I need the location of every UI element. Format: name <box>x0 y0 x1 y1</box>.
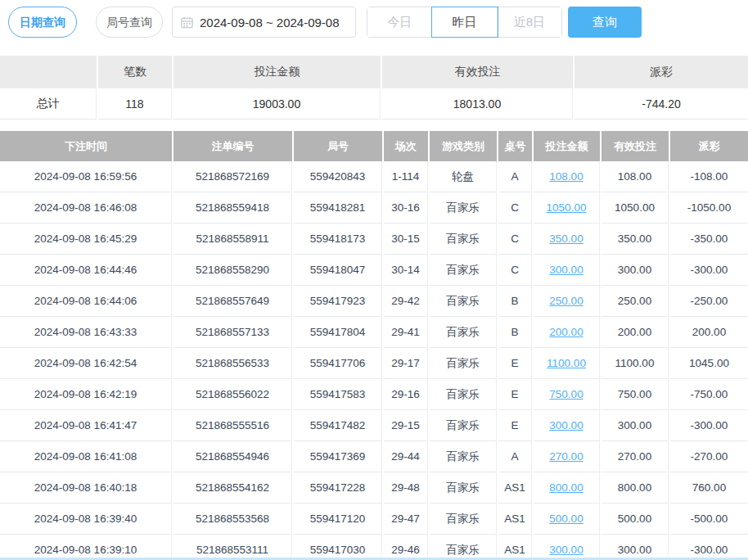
cell-session: 29-42 <box>384 286 428 317</box>
cell-bet-amount: 250.00 <box>534 286 600 317</box>
cell-payout: -500.00 <box>670 504 748 535</box>
header-round-no: 局号 <box>294 131 382 161</box>
cell-order-no: 521868558911 <box>173 224 292 255</box>
cell-session: 30-14 <box>384 255 428 286</box>
cell-round-no: 559417804 <box>294 317 382 348</box>
cell-valid-bet: 108.00 <box>602 161 669 192</box>
cell-round-no: 559418047 <box>294 255 382 286</box>
cell-session: 29-48 <box>384 472 428 504</box>
cell-game-type: 百家乐 <box>430 317 497 348</box>
cell-table-no: B <box>498 317 532 348</box>
bet-amount-link[interactable]: 800.00 <box>549 481 583 494</box>
bet-amount-link[interactable]: 300.00 <box>549 419 583 431</box>
cell-table-no: E <box>498 379 532 410</box>
cell-valid-bet: 200.00 <box>602 317 669 348</box>
cell-table-no: C <box>498 224 532 255</box>
cell-game-type: 百家乐 <box>430 379 497 410</box>
bet-amount-link[interactable]: 300.00 <box>549 264 583 276</box>
cell-session: 30-16 <box>384 192 428 224</box>
cell-table-no: AS1 <box>498 535 532 560</box>
toolbar: 日期查询 局号查询 2024-09-08 ~ 2024-09-08 今日 昨日 … <box>0 0 748 44</box>
cell-valid-bet: 350.00 <box>602 224 669 255</box>
cell-round-no: 559417583 <box>294 379 382 410</box>
summary-total-count: 118 <box>98 88 172 120</box>
filter-last8days[interactable]: 近8日 <box>498 7 561 37</box>
bet-amount-link[interactable]: 270.00 <box>549 450 583 463</box>
cell-payout: -1050.00 <box>670 192 748 224</box>
cell-session: 29-46 <box>384 535 428 560</box>
cell-session: 29-47 <box>384 504 428 535</box>
cell-table-no: E <box>498 410 532 441</box>
cell-table-no: B <box>498 286 532 317</box>
cell-game-type: 百家乐 <box>430 441 497 472</box>
cell-session: 29-15 <box>384 410 428 441</box>
cell-bet-amount: 300.00 <box>534 255 600 286</box>
cell-bet-time: 2024-09-08 16:44:46 <box>0 255 172 286</box>
cell-payout: -350.00 <box>670 224 748 255</box>
filter-today[interactable]: 今日 <box>367 7 432 37</box>
table-row: 2024-09-08 16:44:46 521868558290 5594180… <box>0 255 748 286</box>
cell-bet-time: 2024-09-08 16:42:19 <box>0 379 172 410</box>
bet-amount-link[interactable]: 200.00 <box>549 326 583 338</box>
cell-valid-bet: 300.00 <box>602 255 669 286</box>
date-query-tab[interactable]: 日期查询 <box>8 7 77 38</box>
bet-amount-link[interactable]: 300.00 <box>549 544 583 556</box>
cell-order-no: 521868557133 <box>173 317 292 348</box>
bet-amount-link[interactable]: 1100.00 <box>547 357 586 369</box>
cell-bet-amount: 108.00 <box>534 161 600 192</box>
cell-session: 30-15 <box>384 224 428 255</box>
records-body: 2024-09-08 16:59:56 521868572169 5594208… <box>0 161 748 560</box>
filter-yesterday[interactable]: 昨日 <box>432 7 497 37</box>
bet-amount-link[interactable]: 750.00 <box>549 388 583 400</box>
cell-order-no: 521868558290 <box>173 255 292 286</box>
cell-game-type: 百家乐 <box>430 472 497 504</box>
cell-bet-amount: 270.00 <box>534 441 600 472</box>
header-valid-bet: 有效投注 <box>602 131 669 161</box>
cell-order-no: 521868554162 <box>173 472 292 504</box>
cell-game-type: 百家乐 <box>430 192 497 224</box>
cell-order-no: 521868559418 <box>173 192 292 224</box>
bet-amount-link[interactable]: 350.00 <box>549 233 583 245</box>
summary-total-row: 总计 118 19003.00 18013.00 -744.20 <box>0 88 748 120</box>
cell-payout: 1045.00 <box>670 348 748 379</box>
summary-total-bet-amount: 19003.00 <box>173 88 381 120</box>
cell-bet-amount: 1050.00 <box>534 192 600 224</box>
cell-table-no: C <box>498 192 532 224</box>
cell-table-no: AS1 <box>498 504 532 535</box>
cell-game-type: 百家乐 <box>430 224 497 255</box>
cell-bet-amount: 300.00 <box>534 535 600 560</box>
cell-valid-bet: 300.00 <box>602 535 669 560</box>
bet-amount-link[interactable]: 1050.00 <box>547 201 587 214</box>
cell-round-no: 559417369 <box>294 441 382 472</box>
summary-header-count: 笔数 <box>98 56 172 88</box>
summary-total-label: 总计 <box>0 88 97 120</box>
cell-payout: -250.00 <box>670 286 748 317</box>
cell-bet-amount: 750.00 <box>534 379 600 410</box>
cell-valid-bet: 800.00 <box>602 472 669 504</box>
cell-bet-time: 2024-09-08 16:45:29 <box>0 224 172 255</box>
calendar-icon <box>181 16 193 29</box>
cell-game-type: 轮盘 <box>430 161 497 192</box>
table-row: 2024-09-08 16:39:40 521868553568 5594171… <box>0 504 748 535</box>
header-table-no: 桌号 <box>498 131 532 161</box>
bet-amount-link[interactable]: 500.00 <box>549 513 583 525</box>
date-range-value: 2024-09-08 ~ 2024-09-08 <box>200 16 340 29</box>
cell-game-type: 百家乐 <box>430 255 497 286</box>
header-game-type: 游戏类别 <box>430 131 497 161</box>
cell-order-no: 521868556533 <box>173 348 292 379</box>
summary-header-blank <box>0 56 97 88</box>
table-row: 2024-09-08 16:42:19 521868556022 5594175… <box>0 379 748 410</box>
cell-round-no: 559417923 <box>294 286 382 317</box>
cell-bet-amount: 1100.00 <box>534 348 600 379</box>
bet-amount-link[interactable]: 108.00 <box>549 170 583 183</box>
cell-order-no: 521868572169 <box>173 161 292 192</box>
round-query-tab[interactable]: 局号查询 <box>96 7 163 38</box>
cell-bet-time: 2024-09-08 16:42:54 <box>0 348 172 379</box>
search-button[interactable]: 查询 <box>568 7 642 38</box>
bet-amount-link[interactable]: 250.00 <box>549 295 583 307</box>
cell-bet-time: 2024-09-08 16:41:08 <box>0 441 172 472</box>
date-range-input[interactable]: 2024-09-08 ~ 2024-09-08 <box>172 7 356 38</box>
cell-bet-amount: 350.00 <box>534 224 600 255</box>
cell-valid-bet: 300.00 <box>602 410 669 441</box>
cell-game-type: 百家乐 <box>430 504 497 535</box>
